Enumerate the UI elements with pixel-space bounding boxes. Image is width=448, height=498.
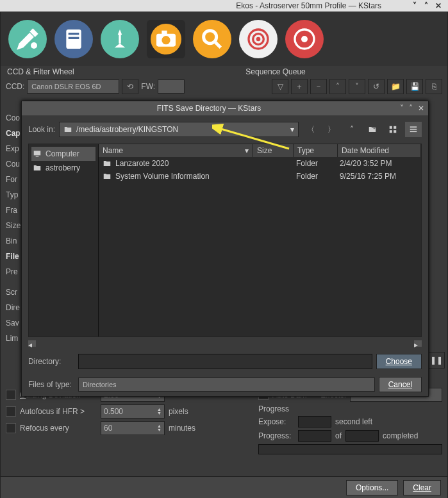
align-tab[interactable] [239,20,278,58]
svg-point-0 [31,42,37,49]
up-button[interactable]: ˄ [329,79,346,94]
svg-rect-6 [162,31,167,35]
dialog-close-icon[interactable]: ✕ [418,104,424,113]
files-type-label: Files of type: [28,380,74,389]
svg-text:+: + [373,126,376,130]
svg-rect-19 [410,129,417,130]
close-icon[interactable]: ✕ [435,1,442,10]
dialog-title: FITS Save Directory — KStars [22,104,396,113]
svg-point-7 [204,31,217,44]
path-combo[interactable]: /media/astroberry/KINGSTON ▾ [59,122,299,137]
saveas-button[interactable]: ⎘ [426,79,442,94]
refocus-label: Refocus every [20,424,97,433]
reset-button[interactable]: ↺ [368,79,385,94]
folder-icon [63,125,72,134]
ccd-label: CCD: [6,82,24,91]
svg-point-10 [256,37,261,42]
folder-icon [103,159,112,168]
col-name[interactable]: Name▾ [99,144,253,157]
options-button[interactable]: Options... [346,480,398,495]
svg-point-5 [162,36,170,44]
progress2-label: Progress: [258,431,294,440]
autofocus-check[interactable] [6,406,16,417]
ccd-combo[interactable]: Canon DSLR EOS 6D [27,79,119,94]
expose-label: Expose: [258,417,294,426]
maximize-icon[interactable]: ˄ [424,1,428,10]
progress-bar [258,444,442,454]
computer-icon [33,149,42,158]
add-button[interactable]: ＋ [291,79,308,94]
sidebar-computer[interactable]: Computer [31,147,95,161]
remove-button[interactable]: － [310,79,327,94]
autofocus-label: Autofocus if HFR > [20,407,97,416]
restart-button[interactable]: ⟲ [122,79,138,94]
down-button[interactable]: ˅ [349,79,365,94]
dialog-max-icon[interactable]: ˄ [409,104,413,113]
pause-button[interactable]: ❚❚ [428,352,445,369]
file-row[interactable]: Lanzarote 2020 Folder 2/4/20 3:52 PM [99,157,421,170]
file-row[interactable]: System Volume Information Folder 9/25/16… [99,170,421,183]
files-type-combo[interactable]: Directories [78,378,375,392]
lookin-label: Look in: [28,125,55,134]
cancel-button[interactable]: Cancel [379,377,422,392]
clear-button[interactable]: Clear [403,480,441,495]
col-date[interactable]: Date Modified [338,144,421,157]
back-button[interactable]: 〈 [303,122,319,137]
scroll-right[interactable]: ▸ [414,340,422,347]
focus-tab[interactable] [193,20,231,58]
choose-button[interactable]: Choose [376,354,422,369]
refocus-check[interactable] [6,423,16,433]
setup-tab[interactable] [8,20,47,58]
progress-total [345,430,379,442]
save-button[interactable]: 💾 [406,79,423,94]
progress-current [298,430,331,442]
col-size[interactable]: Size [253,144,294,157]
svg-rect-17 [394,130,396,133]
save-directory-dialog: FITS Save Directory — KStars ˅ ˄ ✕ Look … [21,101,429,397]
icon-view-button[interactable] [385,122,401,137]
mount-tab[interactable] [101,20,139,58]
svg-point-12 [301,36,308,42]
guide-tab[interactable] [285,20,324,58]
up-folder-button[interactable]: ˄ [344,122,360,137]
svg-rect-20 [410,131,417,132]
new-folder-button[interactable]: + [364,122,381,137]
directory-input[interactable] [78,354,372,369]
scheduler-tab[interactable] [54,20,93,58]
folder-icon [103,172,112,181]
fw-combo[interactable] [158,79,185,94]
filter-icon[interactable]: ▽ [272,79,288,94]
dialog-min-icon[interactable]: ˅ [400,104,404,113]
list-view-button[interactable] [405,122,422,137]
col-type[interactable]: Type [294,144,338,157]
svg-rect-14 [390,126,392,129]
svg-rect-3 [69,37,79,39]
autofocus-spin[interactable]: 0.500▲▼ [101,404,165,419]
progress-label: Progress [258,404,289,413]
fw-label: FW: [141,82,155,91]
scroll-left[interactable]: ◂ [28,340,36,347]
svg-rect-15 [394,126,396,129]
svg-rect-18 [410,126,417,128]
left-labels: Coo Cap Exp Cou For Typ Fra Size Bin Fil… [6,113,21,345]
directory-label: Directory: [28,357,74,366]
module-toolbar [1,12,447,66]
expose-value [298,416,331,427]
sidebar-astroberry[interactable]: astroberry [31,161,95,175]
minimize-icon[interactable]: ˅ [413,1,417,10]
svg-rect-2 [69,33,79,35]
ccd-section-header: CCD & Filter Wheel [7,67,245,76]
window-title: Ekos - Astroserver 50mm Profile — KStars [207,1,410,10]
queue-section-header: Sequence Queue [245,67,441,76]
forward-button[interactable]: 〉 [323,122,340,137]
refocus-spin[interactable]: 60▲▼ [101,421,165,435]
folder-icon [33,163,42,172]
guiding-check[interactable] [6,390,16,400]
capture-tab[interactable] [147,20,185,58]
svg-rect-16 [390,130,392,133]
svg-rect-21 [34,151,41,155]
svg-rect-22 [36,156,39,157]
open-button[interactable]: 📁 [387,79,404,94]
